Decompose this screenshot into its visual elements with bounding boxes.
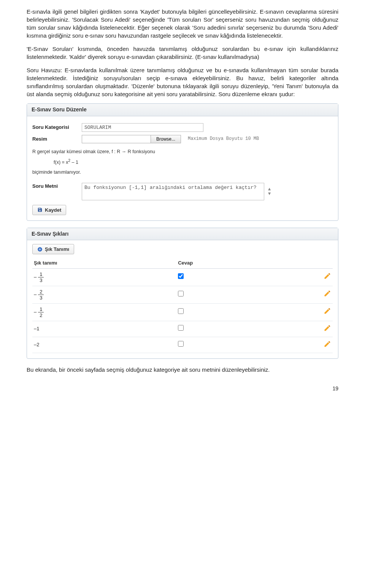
table-row: –13 — [32, 268, 333, 286]
cevap-checkbox[interactable] — [178, 341, 184, 347]
paragraph-4: Bu ekranda, bir önceki sayfada seçmiş ol… — [27, 366, 338, 374]
row-resim: Resim Browse... Maximum Dosya Boyutu 10 … — [32, 135, 333, 143]
sik-tanimi-label: Şık Tanımı — [45, 246, 69, 252]
metin-label: Soru Metni — [32, 183, 82, 190]
edit-cell — [315, 286, 333, 303]
kaydet-button[interactable]: Kaydet — [32, 205, 66, 215]
edit-question-panel: E-Sınav Soru Düzenle Soru Kategorisi Res… — [27, 103, 338, 221]
math-line-1: R gerçel sayılar kümesi olmak üzere, f :… — [32, 148, 333, 155]
choices-panel-body: Şık Tanımı Şık tanımı Cevap –13–23–12–1–… — [27, 240, 338, 358]
edit-icon[interactable] — [324, 307, 331, 315]
cevap-cell — [176, 286, 315, 303]
table-row: –2 — [32, 337, 333, 353]
browse-button[interactable]: Browse... — [151, 135, 181, 143]
cevap-checkbox[interactable] — [178, 325, 184, 331]
choices-panel-title: E-Sınav Şıkları — [27, 228, 338, 241]
table-row: –1 — [32, 321, 333, 337]
edit-cell — [315, 303, 333, 321]
math-fx: f(x) = x — [54, 160, 68, 165]
resim-label: Resim — [32, 136, 82, 143]
soru-metni-textarea[interactable]: Bu fonksiyonun [-1,1] aralığındaki ortal… — [82, 183, 264, 200]
paragraph-3: Soru Havuzu: E-sınavlarda kullanılmak üz… — [27, 66, 338, 98]
col-sik: Şık tanımı — [32, 257, 176, 268]
edit-icon[interactable] — [324, 290, 331, 297]
sik-cell: –2 — [32, 337, 176, 353]
edit-cell — [315, 268, 333, 286]
cevap-checkbox[interactable] — [178, 308, 184, 314]
cevap-cell — [176, 303, 315, 321]
sik-cell: –12 — [32, 303, 176, 321]
cevap-checkbox[interactable] — [178, 291, 184, 296]
sik-table: Şık tanımı Cevap –13–23–12–1–2 — [32, 257, 333, 353]
question-preview: R gerçel sayılar kümesi olmak üzere, f :… — [32, 146, 333, 180]
cevap-checkbox[interactable] — [178, 273, 184, 279]
table-row: –23 — [32, 286, 333, 303]
cevap-cell — [176, 337, 315, 353]
col-cevap: Cevap — [176, 257, 315, 268]
kaydet-label: Kaydet — [45, 207, 61, 213]
math-line-3: biçiminde tanımlanıyor. — [32, 168, 333, 176]
textarea-scroll-indicator: ▲▼ — [268, 187, 271, 196]
choices-panel: E-Sınav Şıkları Şık Tanımı Şık tanımı Ce… — [27, 228, 338, 359]
edit-cell — [315, 321, 333, 337]
edit-panel-title: E-Sınav Soru Düzenle — [27, 104, 338, 116]
table-row: –12 — [32, 303, 333, 321]
row-kategori: Soru Kategorisi — [32, 123, 333, 132]
kategori-label: Soru Kategorisi — [32, 124, 82, 131]
edit-icon[interactable] — [324, 340, 331, 348]
edit-cell — [315, 337, 333, 353]
kategori-input[interactable] — [82, 123, 203, 132]
plus-icon — [37, 247, 43, 252]
edit-panel-body: Soru Kategorisi Resim Browse... Maximum … — [27, 116, 338, 220]
math-tail: – 1 — [70, 160, 78, 165]
sik-cell: –1 — [32, 321, 176, 337]
file-input[interactable] — [82, 135, 151, 143]
math-line-2: f(x) = x2 – 1 — [32, 155, 333, 168]
cevap-cell — [176, 321, 315, 337]
sik-tanimi-button[interactable]: Şık Tanımı — [32, 244, 74, 254]
cevap-cell — [176, 268, 315, 286]
file-chooser[interactable]: Browse... — [82, 135, 181, 143]
edit-icon[interactable] — [324, 272, 331, 280]
save-icon — [37, 207, 43, 212]
col-actions — [315, 257, 333, 268]
file-size-hint: Maximum Dosya Boyutu 10 MB — [188, 136, 259, 142]
paragraph-2: 'E-Sınav Soruları' kısmında, önceden hav… — [27, 45, 338, 61]
sik-cell: –23 — [32, 286, 176, 303]
edit-icon[interactable] — [324, 324, 331, 332]
row-soru-metni: Soru Metni Bu fonksiyonun [-1,1] aralığı… — [32, 183, 333, 200]
page-number: 19 — [27, 385, 338, 393]
paragraph-1: E-sınavla ilgili genel bilgileri girdikt… — [27, 8, 338, 40]
sik-cell: –13 — [32, 268, 176, 286]
